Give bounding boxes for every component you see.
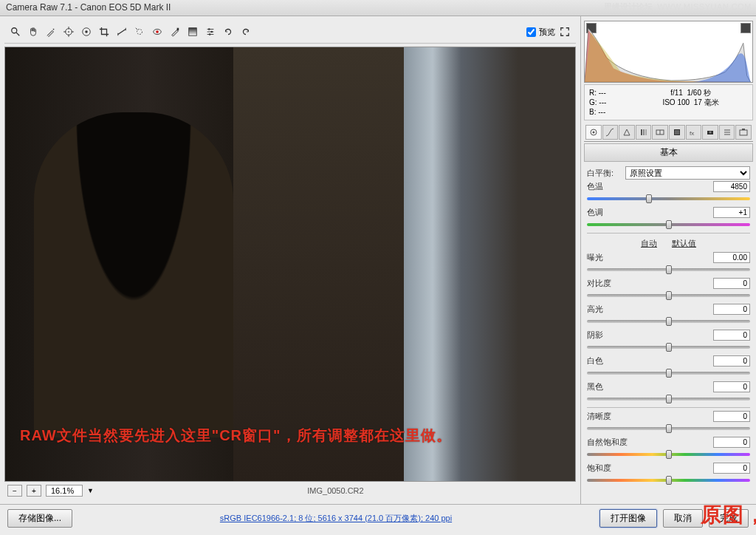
svg-line-11 bbox=[118, 30, 126, 35]
vibrance-input[interactable] bbox=[713, 437, 750, 448]
tab-split[interactable] bbox=[652, 125, 668, 140]
svg-point-22 bbox=[208, 28, 210, 30]
panel-title: 基本 bbox=[584, 143, 753, 162]
svg-point-4 bbox=[68, 31, 69, 33]
targeted-adjust-icon[interactable] bbox=[78, 24, 94, 40]
svg-rect-17 bbox=[177, 28, 179, 31]
whites-input[interactable] bbox=[713, 355, 750, 367]
svg-rect-27 bbox=[641, 129, 642, 135]
shadows-slider[interactable] bbox=[587, 342, 750, 351]
svg-point-10 bbox=[85, 30, 88, 33]
svg-rect-40 bbox=[740, 130, 747, 135]
tab-basic[interactable] bbox=[585, 125, 602, 140]
blacks-input[interactable] bbox=[713, 381, 750, 392]
window-title: Camera Raw 7.1 - Canon EOS 5D Mark II bbox=[6, 2, 171, 13]
cancel-button[interactable]: 取消 bbox=[663, 509, 703, 528]
svg-rect-28 bbox=[643, 129, 645, 135]
exposure-input[interactable] bbox=[713, 252, 750, 263]
crop-tool-icon[interactable] bbox=[96, 24, 112, 40]
color-sampler-icon[interactable] bbox=[61, 24, 77, 40]
clarity-input[interactable] bbox=[713, 411, 750, 422]
fullscreen-icon[interactable] bbox=[557, 24, 573, 40]
contrast-input[interactable] bbox=[713, 278, 750, 289]
tab-detail[interactable] bbox=[619, 125, 635, 140]
shadows-input[interactable] bbox=[713, 330, 750, 341]
tab-curve[interactable] bbox=[602, 125, 619, 140]
spot-removal-icon[interactable] bbox=[131, 24, 148, 40]
auto-row: 自动 默认值 bbox=[587, 236, 750, 251]
tab-snapshots[interactable] bbox=[735, 125, 752, 140]
svg-line-1 bbox=[16, 33, 19, 35]
graduated-filter-icon[interactable] bbox=[185, 24, 201, 40]
main-area: 预览 RAW文件当然要先进入这里"CR窗口"，所有调整都在这里做。 原图，未作修… bbox=[0, 16, 756, 504]
zoom-tool-icon[interactable] bbox=[7, 24, 24, 40]
exposure-slider[interactable] bbox=[587, 265, 750, 273]
temp-input[interactable] bbox=[713, 181, 750, 192]
blacks-slider[interactable] bbox=[587, 394, 750, 403]
panel-tabs: fx bbox=[584, 123, 753, 142]
tab-fx[interactable]: fx bbox=[686, 125, 702, 140]
svg-text:fx: fx bbox=[690, 130, 694, 137]
image-preview[interactable]: RAW文件当然要先进入这里"CR窗口"，所有调整都在这里做。 bbox=[4, 47, 576, 482]
basic-controls: 白平衡: 原照设置 色温 色调 自动 默认值 曝光 对比度 高光 阴影 白色 黑… bbox=[584, 163, 753, 490]
tab-lens[interactable] bbox=[669, 125, 685, 140]
whites-slider[interactable] bbox=[587, 368, 750, 377]
svg-point-26 bbox=[592, 132, 594, 134]
filename-label: IMG_0050.CR2 bbox=[98, 486, 573, 495]
saturation-slider[interactable] bbox=[587, 475, 750, 484]
vibrance-slider[interactable] bbox=[587, 449, 750, 458]
left-panel: 预览 RAW文件当然要先进入这里"CR窗口"，所有调整都在这里做。 原图，未作修… bbox=[0, 16, 580, 504]
zoom-bar: − + 16.1% ▼ IMG_0050.CR2 bbox=[4, 482, 576, 500]
wb-tool-icon[interactable] bbox=[43, 24, 59, 40]
saturation-input[interactable] bbox=[713, 463, 750, 474]
metadata-row: R: --- G: --- B: --- f/11 1/60 秒 ISO 100… bbox=[584, 84, 753, 120]
zoom-out-button[interactable]: − bbox=[7, 485, 22, 497]
svg-point-2 bbox=[53, 29, 55, 30]
bottom-bar: 存储图像... sRGB IEC61966-2.1; 8 位; 5616 x 3… bbox=[0, 504, 756, 532]
contrast-slider[interactable] bbox=[587, 290, 750, 299]
adjustment-brush-icon[interactable] bbox=[167, 24, 183, 40]
wb-row: 白平衡: 原照设置 bbox=[587, 166, 750, 180]
annotation-text-1: RAW文件当然要先进入这里"CR窗口"，所有调整都在这里做。 bbox=[20, 426, 452, 446]
zoom-in-button[interactable]: + bbox=[27, 485, 41, 497]
tab-hsl[interactable] bbox=[636, 125, 652, 140]
svg-rect-41 bbox=[742, 129, 745, 130]
rotate-cw-icon[interactable] bbox=[238, 24, 254, 40]
redeye-tool-icon[interactable] bbox=[149, 24, 165, 40]
svg-rect-18 bbox=[189, 28, 197, 36]
tab-presets[interactable] bbox=[719, 125, 735, 140]
zoom-value[interactable]: 16.1% bbox=[46, 485, 83, 497]
svg-point-16 bbox=[156, 30, 159, 33]
tint-slider[interactable] bbox=[587, 219, 750, 228]
svg-point-24 bbox=[209, 33, 211, 35]
svg-rect-29 bbox=[645, 129, 647, 135]
rotate-ccw-icon[interactable] bbox=[220, 24, 236, 40]
svg-point-14 bbox=[137, 30, 142, 35]
svg-point-36 bbox=[709, 132, 711, 134]
highlights-slider[interactable] bbox=[587, 316, 750, 325]
svg-rect-33 bbox=[675, 130, 679, 134]
save-image-button[interactable]: 存储图像... bbox=[7, 509, 72, 528]
open-image-button[interactable]: 打开图像 bbox=[599, 509, 657, 528]
tint-input[interactable] bbox=[713, 207, 750, 218]
toolbar: 预览 bbox=[4, 21, 576, 44]
right-panel: R: --- G: --- B: --- f/11 1/60 秒 ISO 100… bbox=[580, 16, 756, 504]
tab-calibration[interactable] bbox=[702, 125, 718, 140]
watermark: 思缘设计论坛WWW.MISSYUAN.COM bbox=[604, 1, 752, 13]
svg-point-0 bbox=[12, 28, 17, 33]
prefs-icon[interactable] bbox=[202, 24, 219, 40]
clarity-slider[interactable] bbox=[587, 423, 750, 432]
workflow-link[interactable]: sRGB IEC61966-2.1; 8 位; 5616 x 3744 (21.… bbox=[78, 513, 594, 524]
hand-tool-icon[interactable] bbox=[25, 24, 41, 40]
highlights-input[interactable] bbox=[713, 304, 750, 315]
histogram[interactable] bbox=[584, 21, 753, 83]
auto-link[interactable]: 自动 bbox=[641, 238, 657, 249]
wb-select[interactable]: 原照设置 bbox=[625, 166, 750, 180]
preview-checkbox[interactable]: 预览 bbox=[526, 27, 555, 38]
default-link[interactable]: 默认值 bbox=[672, 238, 696, 249]
annotation-text-2: 原图，未作修改 bbox=[701, 501, 756, 529]
temp-slider[interactable] bbox=[587, 194, 750, 202]
svg-point-23 bbox=[210, 31, 213, 33]
straighten-tool-icon[interactable] bbox=[114, 24, 130, 40]
